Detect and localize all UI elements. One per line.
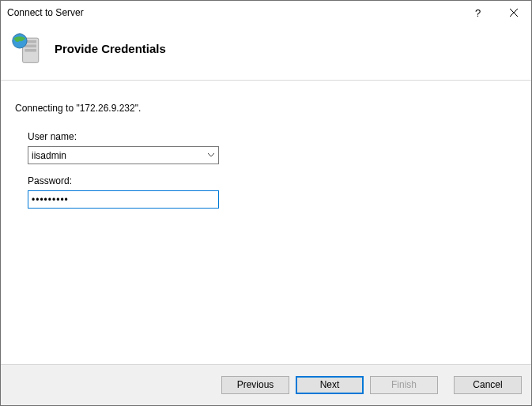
wizard-header: Provide Credentials (1, 24, 531, 81)
help-button[interactable]: ? (460, 2, 496, 24)
titlebar: Connect to Server ? (1, 1, 531, 24)
close-icon (510, 9, 518, 17)
password-input[interactable] (28, 190, 219, 209)
finish-button: Finish (370, 376, 438, 394)
chevron-down-icon (208, 153, 214, 157)
close-button[interactable] (496, 2, 531, 24)
username-input[interactable] (28, 147, 204, 164)
button-bar: Previous Next Finish Cancel (1, 364, 531, 405)
credentials-form: User name: Password: (15, 131, 517, 209)
combobox-dropdown-button[interactable] (204, 153, 218, 157)
username-label: User name: (28, 131, 517, 142)
svg-rect-4 (25, 44, 36, 47)
cancel-button[interactable]: Cancel (454, 376, 522, 394)
svg-rect-5 (25, 49, 36, 52)
server-globe-icon (10, 31, 45, 66)
password-label: Password: (28, 175, 517, 186)
content-area: Connecting to "172.26.9.232". User name:… (1, 81, 531, 364)
window-title: Connect to Server (7, 7, 460, 18)
connecting-to-text: Connecting to "172.26.9.232". (15, 103, 517, 114)
username-combobox[interactable] (28, 146, 219, 164)
next-button[interactable]: Next (296, 376, 364, 394)
previous-button[interactable]: Previous (221, 376, 289, 394)
page-title: Provide Credentials (55, 42, 166, 55)
